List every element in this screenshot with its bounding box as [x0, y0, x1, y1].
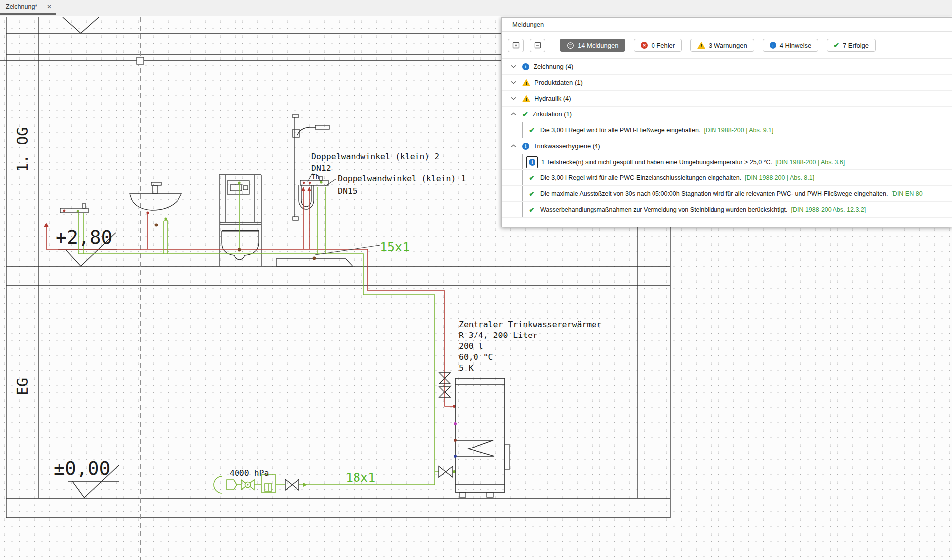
chevron-down-icon[interactable] — [511, 97, 518, 100]
tab-bar: Zeichnung* ✕ — [0, 0, 952, 16]
annotation-dww2-dn: DN12 — [311, 164, 331, 173]
filter-hints-label: 4 Hinweise — [780, 42, 812, 49]
din-reference: [DIN EN 80 — [891, 190, 922, 197]
floor-label-ground: EG — [14, 378, 31, 395]
success-check-icon — [529, 174, 535, 182]
heater-annotation-block: Zentraler Trinkwassererwärmer R 3/4, 200… — [459, 320, 601, 373]
reference-axis[interactable] — [137, 17, 144, 560]
info-circle-icon — [529, 159, 536, 166]
svg-text:60,0 °C: 60,0 °C — [459, 352, 493, 362]
tree-group-produktdaten[interactable]: Produktdaten (1) — [502, 75, 952, 91]
message-row-selected[interactable]: 1 Teilstrecke(n) sind nicht gespült und … — [502, 154, 952, 170]
svg-text:200 l: 200 l — [459, 341, 483, 351]
filter-success-button[interactable]: 7 Erfolge — [827, 39, 876, 52]
success-check-icon — [522, 111, 528, 118]
annotation-th: Th — [312, 173, 319, 180]
tree-group-zirkulation[interactable]: Zirkulation (1) — [502, 107, 952, 122]
meldungen-panel: Meldungen 14 Meldungen 0 Fehler — [501, 17, 952, 227]
success-check-icon — [833, 41, 839, 49]
message-row[interactable]: Die maximale Ausstoßzeit von 30s nach 05… — [502, 186, 952, 202]
group-label: Hydraulik (4) — [535, 95, 571, 102]
indent-guide — [522, 122, 523, 138]
water-heater-tank[interactable] — [455, 378, 510, 497]
filter-errors-button[interactable]: 0 Fehler — [634, 39, 682, 52]
chevron-up-icon[interactable] — [511, 144, 518, 148]
group-label: Trinkwasserhygiene (4) — [534, 142, 600, 150]
chevron-down-icon[interactable] — [511, 81, 518, 84]
collapse-all-button[interactable] — [530, 39, 545, 52]
pipe-dimension-18x1: 18x1 — [346, 470, 375, 485]
tab-zeichnung[interactable]: Zeichnung* ✕ — [0, 0, 56, 15]
selection-box — [526, 156, 538, 168]
collapse-all-icon — [534, 42, 541, 49]
info-circle-icon — [522, 63, 529, 70]
filter-warnings-button[interactable]: 3 Warnungen — [690, 39, 754, 52]
warning-triangle-icon — [522, 95, 530, 102]
success-check-icon — [529, 190, 535, 198]
message-row[interactable]: Die 3,00 l Regel wird für alle PWC-Einze… — [502, 170, 952, 186]
group-label: Zeichnung (4) — [534, 63, 573, 70]
filter-messages-button[interactable]: 14 Meldungen — [560, 39, 625, 52]
info-circle-icon — [522, 143, 529, 150]
filter-warnings-label: 3 Warnungen — [709, 42, 747, 49]
chevron-up-icon[interactable] — [511, 112, 518, 116]
panel-footer — [502, 218, 952, 227]
warning-triangle-icon — [522, 79, 530, 86]
elevation-text-ground: ±0,00 — [54, 457, 110, 479]
group-label: Zirkulation (1) — [533, 111, 572, 118]
svg-text:5 K: 5 K — [459, 363, 474, 373]
floor-label-upper: 1. OG — [14, 127, 31, 172]
indent-guide — [522, 154, 523, 169]
pipes-pwc-green[interactable] — [77, 181, 456, 493]
svg-text:R 3/4, 200 Liter: R 3/4, 200 Liter — [459, 331, 537, 340]
tree-group-trinkwasserhygiene[interactable]: Trinkwasserhygiene (4) — [502, 138, 952, 154]
tab-label: Zeichnung* — [6, 3, 44, 10]
annotation-dww2: Doppelwandwinkel (klein) 2 — [311, 152, 439, 161]
filter-success-label: 7 Erfolge — [843, 42, 869, 49]
din-reference: [DIN 1988-200 | Abs. 8.1] — [745, 174, 814, 181]
message-text: 1 Teilstrecke(n) sind nicht gespült und … — [541, 159, 845, 166]
svg-text:Zentraler Trinkwassererwärmer: Zentraler Trinkwassererwärmer — [459, 320, 601, 329]
indent-guide — [522, 186, 523, 201]
success-check-icon — [529, 206, 535, 214]
group-label: Produktdaten (1) — [535, 79, 583, 86]
tree-group-zeichnung[interactable]: Zeichnung (4) — [502, 59, 952, 75]
chevron-down-icon[interactable] — [511, 65, 518, 68]
message-text: Wasserbehandlungsmaßnahmen zur Vermeidun… — [540, 206, 866, 213]
indent-guide — [522, 170, 523, 185]
annotation-dww1-dn: DN15 — [338, 186, 357, 196]
din-reference: [DIN 1988-200 | Abs. 9.1] — [704, 127, 773, 134]
pipe-dimension-15x1: 15x1 — [380, 240, 410, 254]
error-circle-icon — [641, 42, 648, 49]
elevation-text-upper: +2,80 — [56, 226, 112, 248]
message-row[interactable]: Die 3,00 l Regel wird für alle PWH-Fließ… — [502, 122, 952, 138]
pressure-label: 4000 hPa — [230, 468, 269, 478]
message-text: Die maximale Ausstoßzeit von 30s nach 05… — [540, 190, 923, 197]
indent-guide — [522, 202, 523, 217]
din-reference: [DIN 1988-200 Abs. 12.3.2] — [791, 206, 866, 213]
filter-hints-button[interactable]: 4 Hinweise — [763, 39, 819, 52]
close-icon[interactable]: ✕ — [44, 3, 52, 10]
filter-errors-label: 0 Fehler — [651, 42, 675, 49]
annotation-dww1: Doppelwandwinkel (klein) 1 — [338, 174, 466, 183]
message-text: Die 3,00 l Regel wird für alle PWH-Fließ… — [540, 127, 774, 134]
success-check-icon — [529, 126, 535, 134]
din-reference: [DIN 1988-200 | Abs. 3.6] — [775, 159, 845, 166]
message-text: Die 3,00 l Regel wird für alle PWC-Einze… — [540, 174, 814, 181]
info-circle-icon — [770, 42, 776, 49]
messages-bubble-icon — [567, 42, 574, 49]
panel-toolbar: 14 Meldungen 0 Fehler 3 Warnungen 4 Hinw… — [502, 32, 952, 59]
expand-all-icon — [512, 42, 520, 49]
tree-group-hydraulik[interactable]: Hydraulik (4) — [502, 91, 952, 107]
message-tree: Zeichnung (4) Produktdaten (1) Hydraulik… — [502, 59, 952, 227]
expand-all-button[interactable] — [508, 39, 524, 52]
panel-title: Meldungen — [502, 18, 952, 32]
message-row[interactable]: Wasserbehandlungsmaßnahmen zur Vermeidun… — [502, 202, 952, 218]
filter-messages-label: 14 Meldungen — [578, 42, 618, 49]
warning-triangle-icon — [697, 42, 705, 49]
